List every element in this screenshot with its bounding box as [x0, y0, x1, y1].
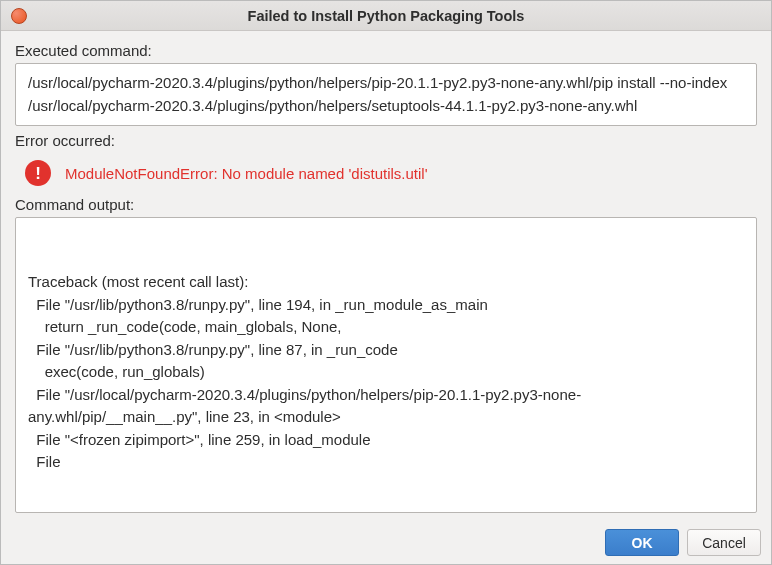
- titlebar: Failed to Install Python Packaging Tools: [1, 1, 771, 31]
- command-output-box[interactable]: Traceback (most recent call last): File …: [15, 217, 757, 513]
- close-icon[interactable]: [11, 8, 27, 24]
- executed-command-label: Executed command:: [15, 42, 757, 59]
- dialog-content: Executed command: /usr/local/pycharm-202…: [1, 31, 771, 521]
- dialog-window: Failed to Install Python Packaging Tools…: [0, 0, 772, 565]
- error-row: ! ModuleNotFoundError: No module named '…: [25, 160, 757, 186]
- button-row: OK Cancel: [1, 521, 771, 564]
- window-title: Failed to Install Python Packaging Tools: [1, 8, 771, 24]
- ok-button[interactable]: OK: [605, 529, 679, 556]
- error-glyph: !: [35, 165, 41, 182]
- cancel-button[interactable]: Cancel: [687, 529, 761, 556]
- error-occurred-label: Error occurred:: [15, 132, 757, 149]
- executed-command-box[interactable]: /usr/local/pycharm-2020.3.4/plugins/pyth…: [15, 63, 757, 126]
- cancel-button-label: Cancel: [702, 535, 746, 551]
- error-icon: !: [25, 160, 51, 186]
- ok-button-label: OK: [632, 535, 653, 551]
- error-message: ModuleNotFoundError: No module named 'di…: [65, 165, 428, 182]
- command-output-text: Traceback (most recent call last): File …: [28, 273, 581, 470]
- executed-command-text: /usr/local/pycharm-2020.3.4/plugins/pyth…: [28, 74, 727, 114]
- command-output-label: Command output:: [15, 196, 757, 213]
